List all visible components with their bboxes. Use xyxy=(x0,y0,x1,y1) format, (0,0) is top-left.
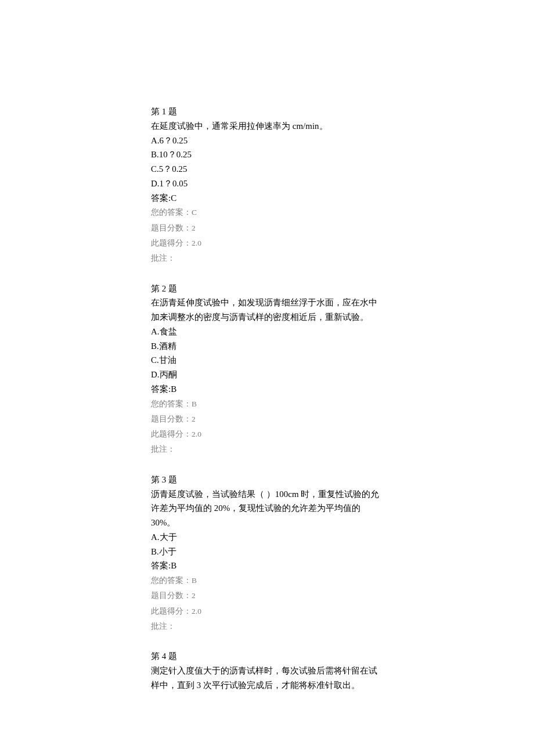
score-got: 此题得分：2.0 xyxy=(151,236,383,251)
question-header: 第 2 题 xyxy=(151,282,383,296)
question-answer: 答案:C xyxy=(151,191,383,206)
question-meta: 您的答案：C 题目分数：2 此题得分：2.0 批注： xyxy=(151,205,383,266)
question-choice: A.大于 xyxy=(151,530,383,545)
question-header: 第 3 题 xyxy=(151,473,383,487)
question-choice: D.丙酮 xyxy=(151,368,383,382)
question-stem: 在延度试验中，通常采用拉伸速率为 cm/min。 xyxy=(151,119,383,134)
comment: 批注： xyxy=(151,442,383,457)
question-choice: A.食盐 xyxy=(151,325,383,339)
question-choice: A.6？0.25 xyxy=(151,134,383,148)
question-block: 第 4 题 测定针入度值大于的沥青试样时，每次试验后需将针留在试样中，直到 3 … xyxy=(151,649,383,692)
score-got: 此题得分：2.0 xyxy=(151,604,383,619)
question-header: 第 4 题 xyxy=(151,649,383,664)
question-choice: B.小于 xyxy=(151,545,383,559)
your-answer: 您的答案：B xyxy=(151,573,383,588)
your-answer: 您的答案：C xyxy=(151,205,383,220)
your-answer: 您的答案：B xyxy=(151,397,383,412)
question-stem: 在沥青延伸度试验中，如发现沥青细丝浮于水面，应在水中加来调整水的密度与沥青试样的… xyxy=(151,296,383,325)
question-answer: 答案:B xyxy=(151,382,383,397)
question-stem: 沥青延度试验，当试验结果（ ）100cm 时，重复性试验的允许差为平均值的 20… xyxy=(151,487,383,530)
question-choice: B.10？0.25 xyxy=(151,147,383,162)
document-page: 第 1 题 在延度试验中，通常采用拉伸速率为 cm/min。 A.6？0.25 … xyxy=(0,0,534,756)
question-block: 第 2 题 在沥青延伸度试验中，如发现沥青细丝浮于水面，应在水中加来调整水的密度… xyxy=(151,282,383,458)
question-answer: 答案:B xyxy=(151,559,383,573)
question-choice: C.甘油 xyxy=(151,353,383,368)
question-block: 第 3 题 沥青延度试验，当试验结果（ ）100cm 时，重复性试验的允许差为平… xyxy=(151,473,383,635)
question-meta: 您的答案：B 题目分数：2 此题得分：2.0 批注： xyxy=(151,397,383,458)
question-choice: D.1？0.05 xyxy=(151,177,383,191)
comment: 批注： xyxy=(151,251,383,266)
score-total: 题目分数：2 xyxy=(151,588,383,603)
question-header: 第 1 题 xyxy=(151,105,383,119)
question-block: 第 1 题 在延度试验中，通常采用拉伸速率为 cm/min。 A.6？0.25 … xyxy=(151,105,383,267)
score-total: 题目分数：2 xyxy=(151,221,383,236)
question-choice: C.5？0.25 xyxy=(151,162,383,177)
question-stem: 测定针入度值大于的沥青试样时，每次试验后需将针留在试样中，直到 3 次平行试验完… xyxy=(151,664,383,693)
comment: 批注： xyxy=(151,619,383,634)
score-got: 此题得分：2.0 xyxy=(151,427,383,442)
question-meta: 您的答案：B 题目分数：2 此题得分：2.0 批注： xyxy=(151,573,383,634)
question-choice: B.酒精 xyxy=(151,339,383,354)
score-total: 题目分数：2 xyxy=(151,412,383,427)
